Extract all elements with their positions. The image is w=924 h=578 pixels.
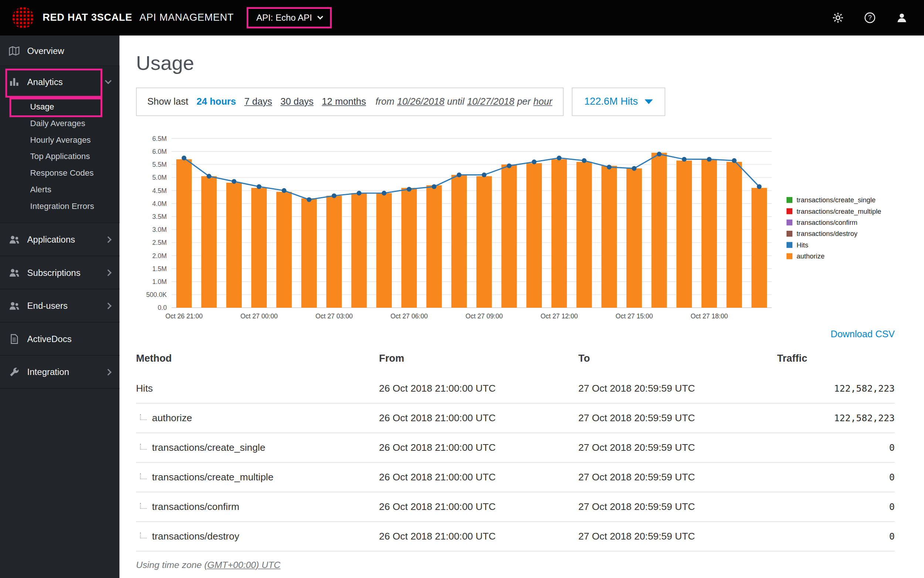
svg-text:2.0M: 2.0M	[152, 252, 167, 260]
svg-text:6.5M: 6.5M	[152, 135, 167, 142]
page-title: Usage	[136, 51, 895, 75]
legend-swatch	[786, 197, 793, 203]
sidebar-item-integration[interactable]: Integration	[0, 356, 120, 389]
sidebar-item-label: Subscriptions	[28, 267, 81, 278]
range-link-12-months[interactable]: 12 months	[322, 96, 366, 107]
users-icon	[9, 267, 19, 278]
from-date-link[interactable]: 10/26/2018	[397, 96, 444, 107]
sidebar-item-end-users[interactable]: End-users	[0, 289, 120, 323]
method-cell: transactions/confirm	[136, 501, 379, 512]
page: RED HAT 3SCALE API MANAGEMENT API: Echo …	[0, 0, 924, 578]
usage-table-header: MethodFromToTraffic	[136, 346, 895, 374]
legend-swatch	[786, 208, 793, 214]
legend-swatch	[786, 253, 793, 259]
svg-text:5.0M: 5.0M	[152, 174, 167, 181]
download-csv-link[interactable]: Download CSV	[136, 329, 895, 340]
svg-text:1.5M: 1.5M	[152, 265, 167, 273]
sidebar-item-alerts[interactable]: Alerts	[0, 181, 120, 198]
tree-connector-icon	[140, 473, 147, 479]
legend-item: transactions/create_single	[786, 196, 881, 203]
range-link-24-hours[interactable]: 24 hours	[197, 96, 236, 107]
legend-label: authorize	[796, 253, 825, 260]
legend-swatch	[786, 220, 793, 226]
chevron-down-icon	[105, 77, 112, 84]
sidebar-item-hourly-averages[interactable]: Hourly Averages	[0, 131, 120, 148]
sidebar-item-label: Overview	[28, 45, 64, 55]
sidebar-item-subscriptions[interactable]: Subscriptions	[0, 256, 120, 289]
svg-text:4.5M: 4.5M	[152, 187, 167, 195]
legend-label: transactions/confirm	[796, 219, 858, 226]
tree-connector-icon	[140, 414, 147, 420]
method-name: Hits	[136, 383, 153, 393]
legend-label: transactions/create_single	[796, 196, 875, 203]
svg-text:0.0: 0.0	[158, 304, 167, 312]
document-icon	[9, 334, 19, 344]
svg-text:?: ?	[868, 14, 872, 21]
table-row: transactions/create_single26 Oct 2018 21…	[136, 433, 895, 463]
svg-text:3.0M: 3.0M	[152, 226, 167, 233]
svg-text:Oct 27 15:00: Oct 27 15:00	[615, 312, 653, 320]
sidebar-item-label: Applications	[28, 234, 75, 244]
range-link-7-days[interactable]: 7 days	[244, 96, 272, 107]
usage-table: MethodFromToTraffic Hits26 Oct 2018 21:0…	[136, 346, 895, 551]
svg-text:1.0M: 1.0M	[152, 278, 167, 286]
chevron-right-icon	[105, 269, 112, 276]
svg-text:Oct 27 03:00: Oct 27 03:00	[315, 312, 353, 320]
from-label: from	[375, 96, 394, 107]
from-cell: 26 Oct 2018 21:00:00 UTC	[379, 531, 578, 542]
user-icon[interactable]	[896, 12, 908, 24]
sidebar-item-response-codes[interactable]: Response Codes	[0, 164, 120, 181]
from-cell: 26 Oct 2018 21:00:00 UTC	[379, 383, 578, 394]
sidebar-item-overview[interactable]: Overview	[0, 36, 120, 66]
column-header-to: To	[578, 353, 777, 365]
until-date-link[interactable]: 10/27/2018	[467, 96, 515, 107]
svg-text:6.0M: 6.0M	[152, 148, 167, 155]
svg-text:Oct 27 00:00: Oct 27 00:00	[240, 312, 278, 320]
sidebar-item-top-applications[interactable]: Top Applications	[0, 148, 120, 164]
to-cell: 27 Oct 2018 20:59:59 UTC	[578, 501, 777, 512]
to-cell: 27 Oct 2018 20:59:59 UTC	[578, 531, 777, 542]
method-name: transactions/destroy	[152, 531, 239, 541]
sidebar-item-daily-averages[interactable]: Daily Averages	[0, 115, 120, 131]
column-header-traffic: Traffic	[777, 353, 895, 365]
metric-dropdown[interactable]: 122.6M Hits	[572, 88, 665, 116]
legend-item: Hits	[786, 242, 881, 248]
sidebar-item-usage[interactable]: Usage	[0, 98, 120, 115]
svg-text:3.5M: 3.5M	[152, 213, 167, 221]
column-header-method: Method	[136, 353, 379, 365]
from-cell: 26 Oct 2018 21:00:00 UTC	[379, 442, 578, 453]
range-link-30-days[interactable]: 30 days	[280, 96, 314, 107]
tree-connector-icon	[140, 444, 147, 450]
api-selector-dropdown[interactable]: API: Echo API	[247, 7, 332, 28]
legend-label: Hits	[796, 242, 808, 248]
users-icon	[9, 300, 19, 311]
legend-swatch	[786, 231, 793, 237]
timezone-link[interactable]: (GMT+00:00) UTC	[204, 560, 280, 570]
svg-text:2.5M: 2.5M	[152, 239, 167, 246]
sidebar-item-integration-errors[interactable]: Integration Errors	[0, 198, 120, 214]
timezone-prefix: Using time zone	[136, 560, 202, 570]
granularity-link[interactable]: hour	[533, 96, 552, 107]
from-cell: 26 Oct 2018 21:00:00 UTC	[379, 412, 578, 424]
method-name: transactions/create_multiple	[152, 471, 273, 482]
method-cell: transactions/destroy	[136, 531, 379, 542]
map-icon	[9, 45, 19, 56]
traffic-cell: 122,582,223	[777, 383, 895, 394]
gear-icon[interactable]	[832, 12, 844, 24]
sidebar-item-analytics[interactable]: Analytics	[0, 66, 120, 97]
usage-chart: 6.5M6.0M5.5M5.0M4.5M4.0M3.5M3.0M2.5M2.0M…	[136, 130, 775, 325]
help-icon[interactable]: ?	[864, 12, 876, 24]
to-cell: 27 Oct 2018 20:59:59 UTC	[578, 383, 777, 394]
traffic-cell: 0	[777, 531, 895, 542]
table-row: authorize26 Oct 2018 21:00:00 UTC27 Oct …	[136, 403, 895, 433]
sidebar-item-applications[interactable]: Applications	[0, 223, 120, 256]
column-header-from: From	[379, 353, 578, 365]
custom-range: from 10/26/2018 until 10/27/2018 per hou…	[375, 96, 552, 107]
topbar-icons: ?	[832, 12, 908, 24]
chart-legend: transactions/create_singletransactions/c…	[786, 196, 881, 260]
sidebar-item-activedocs[interactable]: ActiveDocs	[0, 323, 120, 356]
api-selector-label: API: Echo API	[256, 13, 312, 23]
chevron-right-icon	[105, 236, 112, 243]
traffic-cell: 0	[777, 442, 895, 453]
legend-item: transactions/confirm	[786, 219, 881, 226]
